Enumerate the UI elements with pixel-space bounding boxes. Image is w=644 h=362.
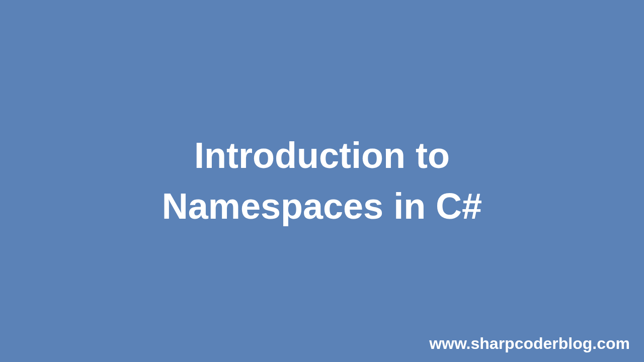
page-title: Introduction to Namespaces in C# — [20, 130, 624, 232]
watermark-url: www.sharpcoderblog.com — [429, 334, 630, 353]
title-line-2: Namespaces in C# — [162, 186, 482, 226]
title-line-1: Introduction to — [194, 135, 450, 175]
title-container: Introduction to Namespaces in C# — [0, 130, 644, 232]
